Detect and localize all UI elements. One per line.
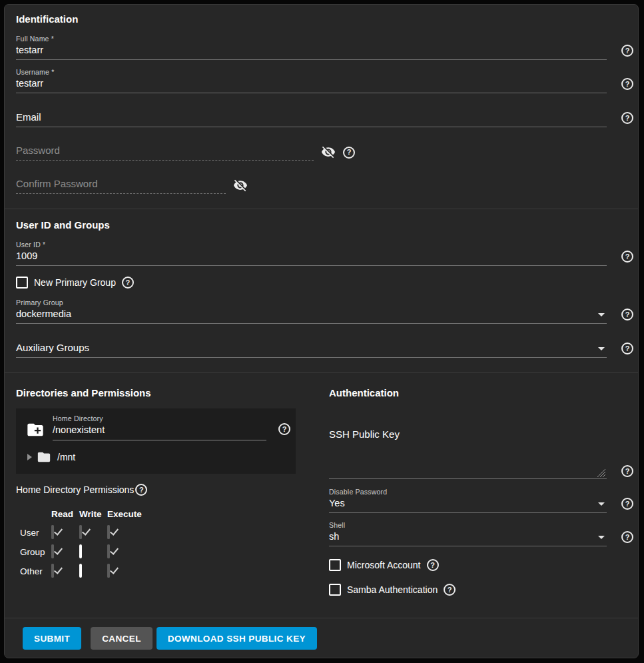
microsoft-account-label[interactable]: Microsoft Account <box>347 560 421 570</box>
microsoft-account-row: Microsoft Account ? <box>329 559 634 571</box>
full-name-field[interactable]: Full Name * testarr <box>16 35 607 60</box>
permissions-title: Home Directory Permissions <box>16 484 134 495</box>
checkbox-group-write[interactable] <box>79 544 82 558</box>
shell-select[interactable]: Shell sh <box>329 521 607 546</box>
ssh-public-key-label: SSH Public Key <box>329 428 607 440</box>
samba-authentication-label[interactable]: Samba Authentication <box>347 584 438 595</box>
help-icon[interactable]: ? <box>621 112 633 124</box>
tree-item-label[interactable]: /mnt <box>57 452 75 462</box>
password-field[interactable]: Password <box>16 144 314 161</box>
chevron-down-icon[interactable] <box>598 347 605 350</box>
help-icon[interactable]: ? <box>278 423 290 435</box>
visibility-off-icon[interactable] <box>233 178 248 193</box>
folder-icon <box>36 450 52 464</box>
section-directories-authentication: Directories and Permissions Home Directo… <box>5 373 638 618</box>
checkbox-group-read[interactable] <box>51 544 54 558</box>
confirm-password-field[interactable]: Confirm Password <box>16 177 226 194</box>
disable-password-select[interactable]: Disable Password Yes <box>329 488 607 513</box>
full-name-input[interactable]: testarr <box>16 44 607 56</box>
help-icon[interactable]: ? <box>427 559 439 571</box>
ssh-public-key-value[interactable] <box>329 440 607 478</box>
disable-password-row: Disable Password Yes ? <box>329 488 634 513</box>
identification-title: Identification <box>16 13 638 25</box>
submit-button[interactable]: SUBMIT <box>23 627 81 650</box>
permission-row: User <box>16 526 308 538</box>
help-icon[interactable]: ? <box>621 251 633 263</box>
samba-authentication-checkbox[interactable] <box>329 584 341 596</box>
checkbox-other-write[interactable] <box>79 564 82 578</box>
user-form-card: Identification Full Name * testarr ? Use… <box>4 4 639 658</box>
checkbox-user-execute[interactable] <box>107 525 110 539</box>
shell-row: Shell sh ? <box>329 521 634 546</box>
help-icon[interactable]: ? <box>135 484 147 496</box>
permission-row-label: Group <box>16 547 51 557</box>
username-label: Username * <box>16 68 607 76</box>
help-icon[interactable]: ? <box>621 45 633 57</box>
help-icon[interactable]: ? <box>444 584 456 596</box>
permission-row: Other <box>16 565 308 577</box>
checkbox-user-read[interactable] <box>51 525 54 539</box>
help-icon[interactable]: ? <box>621 78 633 90</box>
microsoft-account-checkbox[interactable] <box>329 559 341 571</box>
help-icon[interactable]: ? <box>621 342 633 354</box>
user-id-groups-title: User ID and Groups <box>16 219 638 231</box>
tree-item-mnt[interactable]: /mnt <box>25 450 290 464</box>
permissions-col-read: Read <box>51 509 79 519</box>
directories-title: Directories and Permissions <box>16 387 308 398</box>
help-icon[interactable]: ? <box>621 309 633 321</box>
home-directory-input[interactable]: /nonexistent <box>53 424 266 436</box>
cancel-button[interactable]: CANCEL <box>91 627 153 650</box>
help-icon[interactable]: ? <box>621 531 633 543</box>
help-icon[interactable]: ? <box>122 277 134 289</box>
home-directory-field[interactable]: Home Directory /nonexistent <box>53 414 266 440</box>
user-id-field[interactable]: User ID * 1009 <box>16 241 607 266</box>
full-name-label: Full Name * <box>16 35 607 43</box>
permission-row-label: Other <box>16 566 51 576</box>
new-primary-group-row: New Primary Group ? <box>5 277 638 289</box>
full-name-row: Full Name * testarr ? <box>5 35 638 60</box>
confirm-password-placeholder: Confirm Password <box>16 178 98 189</box>
home-directory-row: Home Directory /nonexistent ? <box>25 414 290 440</box>
email-label: Email <box>16 111 607 123</box>
samba-authentication-row: Samba Authentication ? <box>329 584 634 596</box>
visibility-off-icon[interactable] <box>321 145 336 159</box>
checkbox-user-write[interactable] <box>79 525 82 539</box>
primary-group-select[interactable]: Primary Group dockermedia <box>16 299 607 324</box>
permission-row: Group <box>16 546 308 558</box>
home-directory-label: Home Directory <box>53 414 266 422</box>
help-icon[interactable]: ? <box>343 147 355 159</box>
primary-group-row: Primary Group dockermedia ? <box>5 299 638 324</box>
ssh-public-key-textarea[interactable]: SSH Public Key <box>329 428 607 479</box>
checkbox-other-read[interactable] <box>51 564 54 578</box>
auxiliary-groups-select[interactable]: Auxiliary Groups <box>16 341 607 358</box>
expand-arrow-icon[interactable] <box>27 454 32 460</box>
username-input[interactable]: testarr <box>16 77 607 89</box>
download-ssh-public-key-button[interactable]: DOWNLOAD SSH PUBLIC KEY <box>157 627 317 650</box>
checkbox-other-execute[interactable] <box>107 564 110 578</box>
auxiliary-groups-row: Auxiliary Groups ? <box>5 341 638 358</box>
new-primary-group-checkbox[interactable] <box>16 277 28 289</box>
resize-handle-icon[interactable] <box>597 468 605 477</box>
new-primary-group-label[interactable]: New Primary Group <box>34 277 116 288</box>
email-field[interactable]: Email <box>16 111 607 127</box>
authentication-checkboxes: Microsoft Account ? Samba Authentication… <box>329 559 634 596</box>
authentication-title: Authentication <box>329 387 634 398</box>
chevron-down-icon[interactable] <box>598 536 605 539</box>
password-placeholder: Password <box>16 145 60 156</box>
help-icon[interactable]: ? <box>621 465 633 477</box>
user-id-row: User ID * 1009 ? <box>5 241 638 266</box>
chevron-down-icon[interactable] <box>598 313 605 317</box>
primary-group-value[interactable]: dockermedia <box>16 308 607 320</box>
create-folder-icon[interactable] <box>25 420 46 439</box>
help-icon[interactable]: ? <box>621 498 633 510</box>
permissions-col-write: Write <box>79 509 107 519</box>
user-id-label: User ID * <box>16 241 607 249</box>
shell-label: Shell <box>329 521 607 529</box>
chevron-down-icon[interactable] <box>598 502 605 506</box>
checkbox-group-execute[interactable] <box>107 544 110 558</box>
shell-value[interactable]: sh <box>329 530 607 542</box>
user-id-input[interactable]: 1009 <box>16 250 607 262</box>
auxiliary-groups-label: Auxiliary Groups <box>16 341 607 354</box>
disable-password-value[interactable]: Yes <box>329 497 607 509</box>
username-field[interactable]: Username * testarr <box>16 68 607 93</box>
